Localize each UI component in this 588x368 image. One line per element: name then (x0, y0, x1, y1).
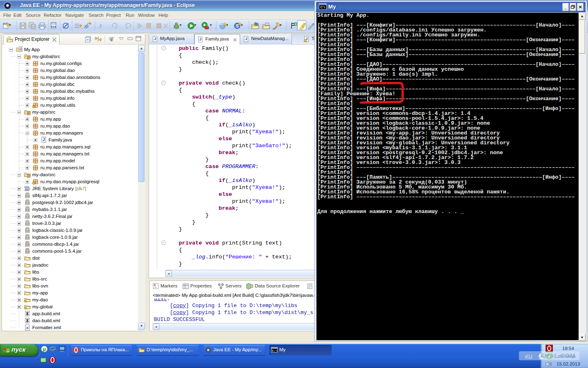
svg-text:010: 010 (26, 230, 29, 232)
svg-text:J: J (154, 37, 156, 41)
svg-text:010: 010 (26, 251, 29, 253)
svg-text:010: 010 (26, 209, 29, 211)
svg-text:J: J (42, 137, 45, 142)
svg-text:010: 010 (26, 237, 29, 239)
svg-text:010: 010 (26, 244, 29, 246)
svg-text:S: S (236, 23, 238, 28)
svg-text:J: J (245, 37, 247, 41)
svg-text:010: 010 (51, 26, 56, 29)
svg-text:010: 010 (26, 216, 29, 218)
svg-text:J: J (199, 37, 201, 41)
svg-text:µ: µ (43, 346, 46, 352)
svg-text:010: 010 (26, 195, 29, 197)
svg-text:X: X (26, 326, 29, 330)
svg-text:010: 010 (26, 202, 29, 204)
svg-text:C:\: C:\ (272, 349, 277, 352)
svg-text:J: J (20, 47, 21, 50)
svg-text:010: 010 (26, 223, 29, 225)
